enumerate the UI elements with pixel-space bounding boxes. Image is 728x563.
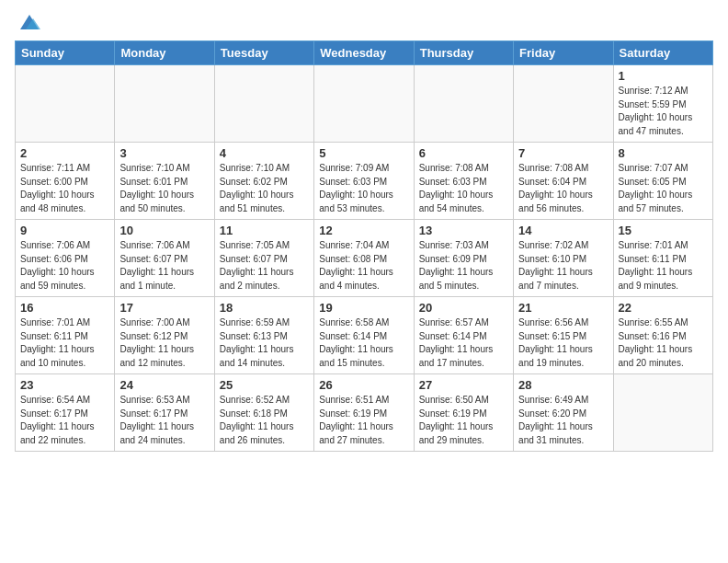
calendar-cell: 3Sunrise: 7:10 AM Sunset: 6:01 PM Daylig…: [115, 143, 214, 220]
calendar-cell: 11Sunrise: 7:05 AM Sunset: 6:07 PM Dayli…: [214, 220, 313, 297]
day-info: Sunrise: 7:09 AM Sunset: 6:03 PM Dayligh…: [319, 162, 408, 215]
day-info: Sunrise: 6:54 AM Sunset: 6:17 PM Dayligh…: [20, 394, 109, 447]
day-info: Sunrise: 7:11 AM Sunset: 6:00 PM Dayligh…: [20, 162, 109, 215]
calendar-cell: 8Sunrise: 7:07 AM Sunset: 6:05 PM Daylig…: [613, 143, 712, 220]
calendar-cell: [16, 65, 115, 143]
day-number: 13: [419, 224, 508, 237]
calendar-cell: [115, 65, 214, 143]
day-number: 1: [619, 69, 708, 83]
day-info: Sunrise: 7:06 AM Sunset: 6:06 PM Dayligh…: [20, 239, 109, 293]
day-info: Sunrise: 7:01 AM Sunset: 6:11 PM Dayligh…: [20, 316, 109, 370]
day-number: 20: [419, 301, 508, 315]
calendar-cell: 22Sunrise: 6:55 AM Sunset: 6:16 PM Dayli…: [613, 297, 712, 374]
calendar-cell: 7Sunrise: 7:08 AM Sunset: 6:04 PM Daylig…: [514, 143, 613, 220]
calendar-cell: [514, 65, 613, 143]
calendar-cell: 6Sunrise: 7:08 AM Sunset: 6:03 PM Daylig…: [414, 143, 513, 220]
day-number: 18: [220, 301, 309, 315]
day-number: 21: [518, 301, 608, 315]
day-info: Sunrise: 6:58 AM Sunset: 6:14 PM Dayligh…: [319, 316, 408, 370]
calendar-cell: 21Sunrise: 6:56 AM Sunset: 6:15 PM Dayli…: [514, 297, 613, 374]
calendar-cell: 1Sunrise: 7:12 AM Sunset: 5:59 PM Daylig…: [613, 65, 712, 143]
day-number: 12: [319, 224, 408, 237]
calendar-cell: 17Sunrise: 7:00 AM Sunset: 6:12 PM Dayli…: [115, 297, 214, 374]
day-number: 15: [619, 224, 708, 237]
day-info: Sunrise: 7:07 AM Sunset: 6:05 PM Dayligh…: [619, 162, 708, 215]
day-number: 19: [319, 301, 408, 315]
day-number: 26: [319, 378, 408, 392]
day-info: Sunrise: 7:04 AM Sunset: 6:08 PM Dayligh…: [319, 239, 408, 293]
calendar-cell: 18Sunrise: 6:59 AM Sunset: 6:13 PM Dayli…: [214, 297, 313, 374]
logo: [15, 15, 42, 31]
day-info: Sunrise: 6:59 AM Sunset: 6:13 PM Dayligh…: [220, 316, 309, 370]
day-number: 2: [20, 146, 109, 160]
calendar-week-1: 1Sunrise: 7:12 AM Sunset: 5:59 PM Daylig…: [16, 65, 713, 143]
day-number: 24: [119, 378, 209, 392]
calendar-cell: 23Sunrise: 6:54 AM Sunset: 6:17 PM Dayli…: [16, 374, 115, 452]
day-number: 16: [20, 301, 109, 315]
day-info: Sunrise: 7:12 AM Sunset: 5:59 PM Dayligh…: [619, 85, 708, 138]
day-info: Sunrise: 7:03 AM Sunset: 6:09 PM Dayligh…: [419, 239, 508, 293]
calendar-cell: 5Sunrise: 7:09 AM Sunset: 6:03 PM Daylig…: [314, 143, 414, 220]
calendar-cell: 12Sunrise: 7:04 AM Sunset: 6:08 PM Dayli…: [314, 220, 414, 297]
calendar-cell: 14Sunrise: 7:02 AM Sunset: 6:10 PM Dayli…: [514, 220, 613, 297]
calendar-cell: 27Sunrise: 6:50 AM Sunset: 6:19 PM Dayli…: [414, 374, 513, 452]
day-number: 28: [518, 378, 608, 392]
calendar-cell: 2Sunrise: 7:11 AM Sunset: 6:00 PM Daylig…: [16, 143, 115, 220]
calendar-cell: 16Sunrise: 7:01 AM Sunset: 6:11 PM Dayli…: [16, 297, 115, 374]
calendar-header-row: SundayMondayTuesdayWednesdayThursdayFrid…: [16, 41, 713, 65]
col-header-tuesday: Tuesday: [214, 41, 313, 65]
col-header-friday: Friday: [514, 41, 613, 65]
day-info: Sunrise: 6:53 AM Sunset: 6:17 PM Dayligh…: [119, 394, 209, 447]
day-number: 3: [119, 146, 209, 160]
day-info: Sunrise: 7:08 AM Sunset: 6:03 PM Dayligh…: [419, 162, 508, 215]
calendar-cell: 26Sunrise: 6:51 AM Sunset: 6:19 PM Dayli…: [314, 374, 414, 452]
day-number: 22: [619, 301, 708, 315]
day-info: Sunrise: 6:49 AM Sunset: 6:20 PM Dayligh…: [518, 394, 608, 447]
day-number: 14: [518, 224, 608, 237]
day-info: Sunrise: 7:08 AM Sunset: 6:04 PM Dayligh…: [518, 162, 608, 215]
col-header-wednesday: Wednesday: [314, 41, 414, 65]
day-info: Sunrise: 6:57 AM Sunset: 6:14 PM Dayligh…: [419, 316, 508, 370]
col-header-sunday: Sunday: [16, 41, 115, 65]
day-info: Sunrise: 7:05 AM Sunset: 6:07 PM Dayligh…: [220, 239, 309, 293]
day-info: Sunrise: 6:51 AM Sunset: 6:19 PM Dayligh…: [319, 394, 408, 447]
day-info: Sunrise: 7:10 AM Sunset: 6:02 PM Dayligh…: [220, 162, 309, 215]
day-number: 4: [220, 146, 309, 160]
calendar-cell: 9Sunrise: 7:06 AM Sunset: 6:06 PM Daylig…: [16, 220, 115, 297]
col-header-monday: Monday: [115, 41, 214, 65]
calendar-week-5: 23Sunrise: 6:54 AM Sunset: 6:17 PM Dayli…: [16, 374, 713, 452]
calendar-cell: 10Sunrise: 7:06 AM Sunset: 6:07 PM Dayli…: [115, 220, 214, 297]
day-info: Sunrise: 6:52 AM Sunset: 6:18 PM Dayligh…: [220, 394, 309, 447]
day-number: 7: [518, 146, 608, 160]
calendar-week-2: 2Sunrise: 7:11 AM Sunset: 6:00 PM Daylig…: [16, 143, 713, 220]
col-header-thursday: Thursday: [414, 41, 513, 65]
day-number: 27: [419, 378, 508, 392]
calendar-cell: [214, 65, 313, 143]
day-info: Sunrise: 6:56 AM Sunset: 6:15 PM Dayligh…: [518, 316, 608, 370]
logo-icon: [17, 13, 42, 31]
day-number: 17: [119, 301, 209, 315]
day-number: 5: [319, 146, 408, 160]
day-info: Sunrise: 7:00 AM Sunset: 6:12 PM Dayligh…: [119, 316, 209, 370]
day-number: 25: [220, 378, 309, 392]
calendar-cell: 20Sunrise: 6:57 AM Sunset: 6:14 PM Dayli…: [414, 297, 513, 374]
day-number: 9: [20, 224, 109, 237]
day-number: 10: [119, 224, 209, 237]
col-header-saturday: Saturday: [613, 41, 712, 65]
day-number: 23: [20, 378, 109, 392]
calendar-week-3: 9Sunrise: 7:06 AM Sunset: 6:06 PM Daylig…: [16, 220, 713, 297]
day-info: Sunrise: 7:10 AM Sunset: 6:01 PM Dayligh…: [119, 162, 209, 215]
day-info: Sunrise: 6:55 AM Sunset: 6:16 PM Dayligh…: [619, 316, 708, 370]
day-number: 11: [220, 224, 309, 237]
day-number: 6: [419, 146, 508, 160]
day-number: 8: [619, 146, 708, 160]
page-header: [15, 15, 713, 31]
day-info: Sunrise: 7:02 AM Sunset: 6:10 PM Dayligh…: [518, 239, 608, 293]
calendar-cell: [613, 374, 712, 452]
calendar-cell: 4Sunrise: 7:10 AM Sunset: 6:02 PM Daylig…: [214, 143, 313, 220]
calendar-cell: 25Sunrise: 6:52 AM Sunset: 6:18 PM Dayli…: [214, 374, 313, 452]
calendar-cell: 28Sunrise: 6:49 AM Sunset: 6:20 PM Dayli…: [514, 374, 613, 452]
day-info: Sunrise: 7:06 AM Sunset: 6:07 PM Dayligh…: [119, 239, 209, 293]
calendar-cell: 15Sunrise: 7:01 AM Sunset: 6:11 PM Dayli…: [613, 220, 712, 297]
calendar-cell: 24Sunrise: 6:53 AM Sunset: 6:17 PM Dayli…: [115, 374, 214, 452]
